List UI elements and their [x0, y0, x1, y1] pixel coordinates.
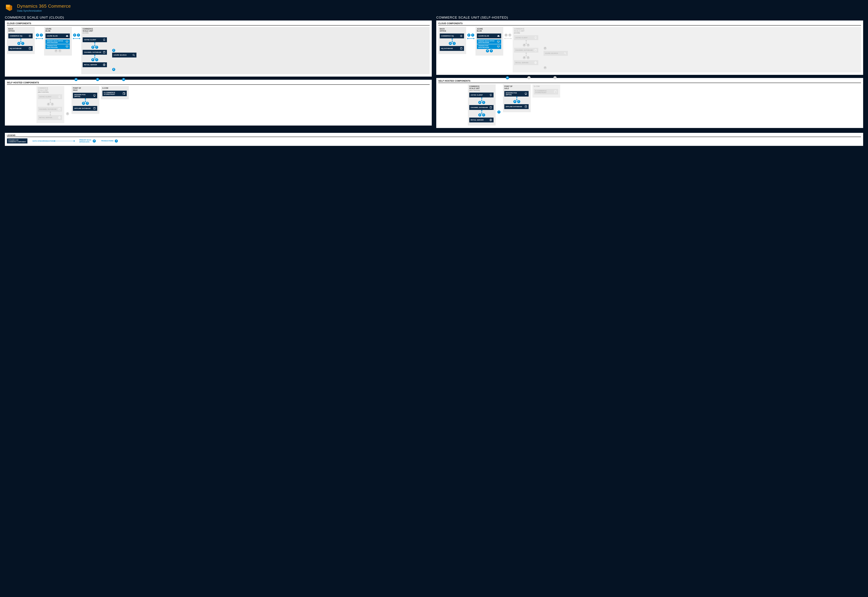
async-client-ghost: ASYNC CLIENT	[38, 94, 62, 99]
zone-label: BACK OFFICE	[8, 28, 33, 32]
gear-icon	[460, 34, 463, 37]
zone-ecom-ghost: E-COM E-COMMERCE STOREFRONT	[533, 85, 560, 98]
component-label: MODERN POS (MPOS)	[506, 92, 517, 95]
pos-icon	[524, 92, 527, 95]
database-icon	[534, 49, 537, 52]
scenario-self-hosted: COMMERCE SCALE UNIT (SELF-HOSTED) CLOUD …	[436, 16, 863, 132]
p-badge: P	[504, 34, 507, 37]
component-label: CHANNEL DATABASE	[515, 49, 533, 51]
p-badge: P	[93, 140, 96, 143]
offline-database: OFFLINE DATABASE	[504, 104, 528, 109]
pkg-primary: PRIMARY BACK OFFICE DATA PACKAGE	[477, 39, 501, 44]
hq-database: HQ DATABASE	[8, 46, 33, 51]
database-icon	[58, 108, 61, 111]
component-label: HQ DATABASE	[10, 48, 22, 49]
panel-title: CLOUD COMPONENTS	[7, 22, 430, 25]
zone-label-text: COMMERCE SCALE UNIT	[514, 28, 524, 32]
legend-transactions: TRANSACTIONS T	[101, 140, 118, 143]
cloud-icon	[65, 34, 68, 37]
zone-sublabel: (CLOUD)	[83, 32, 428, 34]
component-label: CHANNEL DATABASE	[84, 51, 101, 53]
bidir-arrow-icon	[514, 53, 538, 56]
zone-label-text: COMMERCE SCALE UNIT	[83, 28, 93, 32]
zone-azure-blob: AZURE BLOB AZURE BLOB PRIMARY BACK OFFIC…	[475, 27, 503, 56]
database-icon	[103, 51, 105, 53]
component-label: ASYNC CLIENT	[470, 94, 483, 96]
sync-icon	[490, 94, 492, 97]
panel-title: SELF-HOSTED COMPONENTS	[7, 82, 430, 85]
connector: T	[497, 85, 501, 114]
t-badge: T	[66, 112, 69, 115]
legend-title: LEGEND	[7, 134, 861, 137]
modern-pos: MODERN POS (MPOS)	[504, 91, 528, 97]
p-badge: P	[74, 78, 77, 81]
self-hosted-panel: SELF-HOSTED COMPONENTS COMMERCE SCALE UN…	[5, 80, 432, 126]
component-label: MODERN POS (MPOS)	[74, 94, 86, 97]
bidir-arrow-icon	[514, 41, 538, 43]
bidir-arrow-icon	[36, 39, 42, 39]
panel-title: SELF-HOSTED COMPONENTS	[438, 80, 861, 83]
t-badge: T	[471, 34, 474, 37]
header: Dynamics 365 Commerce Data Synchronizati…	[5, 3, 863, 12]
p-badge: P	[543, 66, 547, 69]
sync-icon	[58, 95, 61, 98]
pkg-label: TRANSACTION DATA PACKAGE	[478, 45, 489, 48]
zone-sublabel: (SELF-HOSTED)	[38, 91, 63, 93]
azure-blob: AZURE BLOB	[477, 34, 501, 39]
azure-search: AZURE SEARCH	[112, 53, 137, 58]
globe-icon	[534, 61, 537, 64]
cloud-components-panel: CLOUD COMPONENTS BACK OFFICE COMMERCE HQ…	[436, 21, 863, 75]
legend-panel: LEGEND DYNAMICS 365 COMMERCE COMPONENT D…	[5, 133, 863, 146]
component-label: AZURE BLOB	[47, 35, 58, 37]
retail-server: RETAIL SERVER	[469, 117, 494, 122]
pkg-label: PRIMARY BACK OFFICE DATA PACKAGE	[478, 40, 494, 43]
zone-csu-cloud-ghost: COMMERCE SCALE UNIT (CLOUD) ASYNC CLIENT…	[513, 27, 861, 73]
channel-database: CHANNEL DATABASE	[83, 50, 107, 55]
zone-sublabel: (SELF-HOSTED)	[469, 90, 494, 91]
zone-csu-self-ghost: COMMERCE SCALE UNIT (SELF-HOSTED) ASYNC …	[36, 86, 64, 123]
bidir-arrow-icon	[55, 141, 74, 141]
retail-server: RETAIL SERVER	[83, 62, 107, 67]
component-label: HQ DATABASE	[441, 48, 453, 49]
azure-blob: AZURE BLOB	[46, 34, 70, 39]
legend-primary: PRIMARY BACK OFFICE DATA P	[79, 139, 96, 143]
bidir-arrow-icon	[74, 39, 80, 39]
globe-icon	[490, 119, 492, 121]
retail-server-ghost: RETAIL SERVER	[38, 115, 62, 120]
t-badge: T	[490, 49, 493, 52]
p-badge: P	[486, 49, 489, 52]
p-badge: P	[112, 68, 115, 71]
box-icon	[65, 40, 68, 43]
t-badge: T	[497, 110, 500, 114]
component-label: AZURE SEARCH	[545, 52, 558, 54]
gear-icon	[28, 34, 31, 37]
bidir-arrow-icon	[83, 43, 107, 45]
zone-label: COMMERCE SCALE UNIT (SELF-HOSTED)	[38, 87, 63, 93]
component-label: AZURE BLOB	[478, 35, 489, 37]
component-label: AZURE SEARCH	[114, 54, 126, 56]
zone-label: POINT OF SALE	[73, 87, 98, 91]
t-badge: T	[77, 34, 80, 37]
zone-back-office: BACK OFFICE COMMERCE HQ P T HQ DATABASE	[7, 27, 35, 54]
p-badge: P	[55, 49, 58, 52]
pos-icon	[93, 94, 96, 97]
legend-label: TRANSACTIONS	[101, 140, 114, 142]
modern-pos: MODERN POS (MPOS)	[73, 93, 97, 98]
zone-pos: POINT OF SALE MODERN POS (MPOS) PT OFFLI…	[71, 86, 99, 114]
bidir-arrow-icon	[83, 55, 107, 58]
channel-database-ghost: CHANNEL DATABASE	[514, 48, 538, 53]
zone-label: COMMERCE SCALE UNIT (CLOUD)	[83, 28, 428, 36]
component-label: RETAIL SERVER	[39, 117, 52, 119]
component-label: CHANNEL DATABASE	[470, 107, 488, 108]
globe-icon	[58, 116, 61, 119]
database-icon	[28, 47, 31, 50]
storefront-icon	[123, 92, 125, 95]
ecommerce-storefront-ghost: E-COMMERCE STOREFRONT	[534, 89, 558, 95]
bidir-arrow-icon	[468, 39, 474, 39]
azure-search-ghost: AZURE SEARCH	[543, 51, 568, 56]
commerce-hq: COMMERCE HQ	[440, 34, 464, 39]
zone-azure-blob: AZURE BLOB AZURE BLOB PRIMARY BACK OFFIC…	[44, 27, 72, 56]
t-badge: T	[58, 49, 61, 52]
legend-flow-label: DATA SYNCHRONIZATION	[33, 140, 54, 142]
zone-label: AZURE BLOB	[46, 28, 70, 32]
